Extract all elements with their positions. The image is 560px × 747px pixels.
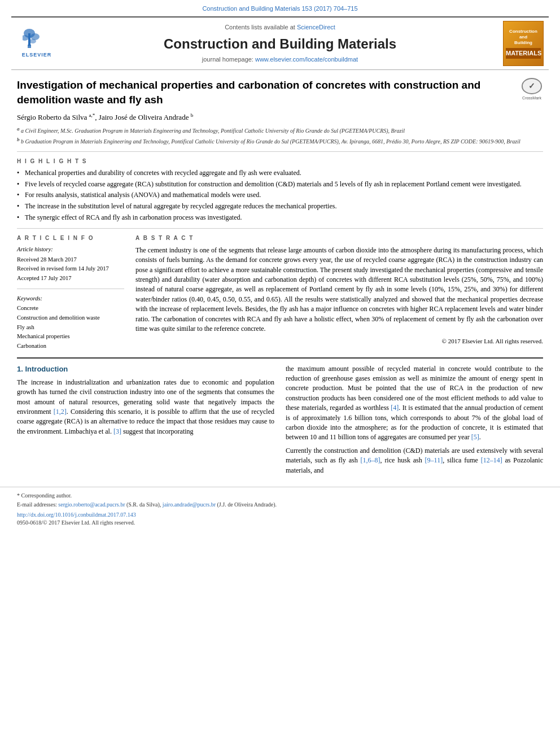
- intro-para-3: Currently the construction and demolitio…: [286, 446, 543, 475]
- email-2-link[interactable]: jairo.andrade@pucrs.br: [163, 501, 216, 508]
- ref-12-14[interactable]: [12–14]: [481, 456, 502, 464]
- body-col-right: the maximum amount possible of recycled …: [286, 364, 543, 479]
- highlight-item-4: The increase in the substitution level o…: [17, 202, 543, 211]
- svg-point-4: [29, 39, 36, 43]
- ref-5[interactable]: [5]: [471, 433, 479, 441]
- highlights-list: Mechanical properties and durability of …: [17, 168, 543, 222]
- divider-thick: [17, 357, 543, 359]
- footer-issn: 0950-0618/© 2017 Elsevier Ltd. All right…: [17, 519, 543, 527]
- right-logo-line3: Building: [509, 40, 537, 46]
- article-footer: * Corresponding author. E-mail addresses…: [0, 487, 560, 531]
- keyword-2: Construction and demolition waste: [17, 314, 124, 322]
- footer-doi[interactable]: http://dx.doi.org/10.1016/j.conbuildmat.…: [17, 511, 543, 519]
- email-2-suffix: (J.J. de Oliveira Andrade).: [217, 501, 277, 508]
- highlights-section: H I G H L I G H T S Mechanical propertie…: [17, 158, 543, 222]
- citation-line: Construction and Building Materials 153 …: [11, 5, 549, 13]
- article-content: Investigation of mechanical properties a…: [0, 70, 560, 487]
- abstract-col: A B S T R A C T The cement industry is o…: [135, 234, 543, 352]
- journal-header: Construction and Building Materials 153 …: [0, 0, 560, 70]
- right-logo-line2: and: [509, 34, 537, 40]
- abstract-label: A B S T R A C T: [135, 234, 543, 242]
- highlight-item-1: Mechanical properties and durability of …: [17, 168, 543, 178]
- author1-sup: a,*: [89, 112, 95, 118]
- crossmark-icon: ✓: [522, 78, 542, 94]
- contents-line: Contents lists available at ScienceDirec…: [68, 23, 492, 32]
- intro-para-2: the maximum amount possible of recycled …: [286, 364, 543, 443]
- article-history: Article history: Received 28 March 2017 …: [17, 246, 124, 283]
- highlights-label: H I G H L I G H T S: [17, 158, 543, 165]
- email-label: E-mail addresses:: [17, 501, 57, 508]
- affiliation-a-sup: a: [17, 126, 20, 132]
- citation-text: Construction and Building Materials 153 …: [202, 5, 357, 12]
- footer-email-line: E-mail addresses: sergio.roberto@acad.pu…: [17, 501, 543, 509]
- affiliation-b-sup: b: [17, 137, 20, 142]
- elsevier-logo-left: ELSEVIER: [11, 27, 62, 60]
- right-logo-accent: MATERIALS: [506, 48, 541, 59]
- info-abstract-row: A R T I C L E I N F O Article history: R…: [17, 234, 543, 352]
- article-info-label: A R T I C L E I N F O: [17, 234, 124, 242]
- received-2: Received in revised form 14 July 2017: [17, 265, 124, 273]
- crossmark-badge: ✓ CrossMark: [520, 78, 543, 101]
- divider-2: [17, 228, 543, 229]
- corresponding-note: * Corresponding author.: [17, 492, 543, 500]
- highlight-item-5: The synergic effect of RCA and fly ash i…: [17, 213, 543, 222]
- intro-para-1: The increase in industrialization and ur…: [17, 378, 274, 436]
- affiliation-b: b b Graduation Program in Materials Engi…: [17, 136, 543, 146]
- elsevier-label: ELSEVIER: [22, 51, 52, 59]
- elsevier-tree-icon: [23, 29, 51, 50]
- keyword-3: Fly ash: [17, 324, 124, 332]
- journal-center: Contents lists available at ScienceDirec…: [62, 23, 498, 64]
- keywords-label: Keywords:: [17, 295, 124, 303]
- keyword-5: Carbonation: [17, 342, 124, 351]
- sciencedirect-link[interactable]: ScienceDirect: [297, 24, 335, 30]
- contents-prefix: Contents lists available at: [225, 24, 295, 30]
- highlight-item-3: For results analysis, statistical analys…: [17, 190, 543, 200]
- received-1: Received 28 March 2017: [17, 256, 124, 264]
- author1-name: Sérgio Roberto da Silva: [17, 113, 89, 121]
- affiliation-a-text: a Civil Engineer, M.Sc. Graduation Progr…: [21, 128, 405, 134]
- journal-homepage: journal homepage: www.elsevier.com/locat…: [68, 55, 492, 64]
- article-title-row: Investigation of mechanical properties a…: [17, 78, 543, 107]
- right-logo-text: Construction and Building: [509, 29, 537, 46]
- affiliation-b-text: b Graduation Program in Materials Engine…: [21, 138, 520, 145]
- abstract-text: The cement industry is one of the segmen…: [135, 246, 543, 334]
- right-logo-line1: Construction: [509, 29, 537, 34]
- divider-keywords: [17, 289, 124, 289]
- history-label: Article history:: [17, 246, 124, 254]
- author2-sup: b: [191, 112, 194, 118]
- homepage-url[interactable]: www.elsevier.com/locate/conbuildmat: [255, 56, 358, 63]
- intro-heading: 1. Introduction: [17, 364, 274, 374]
- body-section: 1. Introduction The increase in industri…: [17, 364, 543, 479]
- crossmark-label: CrossMark: [522, 95, 541, 101]
- journal-banner: ELSEVIER Contents lists available at Sci…: [11, 16, 549, 70]
- svg-rect-5: [28, 45, 31, 48]
- journal-logo-right: Construction and Building MATERIALS: [498, 21, 549, 66]
- ref-1-2[interactable]: [1,2]: [54, 408, 67, 416]
- affiliation-a: a a Civil Engineer, M.Sc. Graduation Pro…: [17, 125, 543, 135]
- page: Construction and Building Materials 153 …: [0, 0, 560, 531]
- right-logo-box: Construction and Building MATERIALS: [503, 21, 544, 66]
- keyword-1: Concrete: [17, 304, 124, 313]
- highlight-item-2: Five levels of recycled coarse aggregate…: [17, 180, 543, 189]
- elsevier-logo: ELSEVIER: [14, 27, 59, 60]
- copyright-line: © 2017 Elsevier Ltd. All rights reserved…: [135, 337, 543, 346]
- accepted-date: Accepted 17 July 2017: [17, 274, 124, 283]
- authors-line: Sérgio Roberto da Silva a,*, Jairo José …: [17, 112, 543, 123]
- ref-1-6-8[interactable]: [1,6–8]: [361, 456, 380, 464]
- journal-title: Construction and Building Materials: [68, 34, 492, 54]
- email-1-suffix: (S.R. da Silva),: [126, 501, 161, 508]
- keyword-4: Mechanical properties: [17, 333, 124, 341]
- body-col-left: 1. Introduction The increase in industri…: [17, 364, 274, 479]
- ref-3[interactable]: [3]: [113, 427, 121, 435]
- article-info-col: A R T I C L E I N F O Article history: R…: [17, 234, 124, 352]
- homepage-prefix: journal homepage:: [202, 56, 253, 63]
- divider-1: [17, 151, 543, 152]
- affiliation-block: a a Civil Engineer, M.Sc. Graduation Pro…: [17, 125, 543, 146]
- author-separator: , Jairo José de Oliveira Andrade: [95, 113, 190, 121]
- email-1-link[interactable]: sergio.roberto@acad.pucrs.br: [58, 501, 125, 508]
- ref-4[interactable]: [4]: [391, 404, 399, 412]
- keywords-section: Keywords: Concrete Construction and demo…: [17, 295, 124, 351]
- ref-9-11[interactable]: [9–11]: [425, 456, 443, 464]
- article-title: Investigation of mechanical properties a…: [17, 78, 513, 107]
